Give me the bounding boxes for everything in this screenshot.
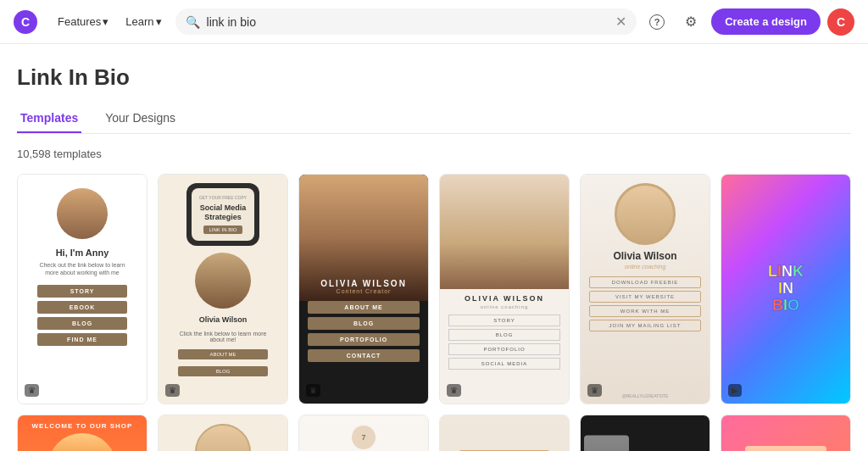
beige-credit: @REALLYLGREATSITE: [622, 393, 669, 398]
template-card-colorful[interactable]: LINK IN BIO ▶: [721, 174, 851, 404]
search-clear-icon[interactable]: ✕: [615, 14, 626, 30]
olivia-name: Olivia Wilson: [199, 315, 247, 324]
phone-screen: GET YOUR FREE COPY Social MediaStrategie…: [192, 188, 254, 241]
crown-icon-2: ♛: [169, 386, 176, 395]
svg-text:C: C: [21, 15, 30, 29]
beige-subtitle: online coaching: [625, 264, 666, 270]
card-new-arrival-content: www.nollagreenstore.com NEW ARRIVAL: [581, 415, 709, 451]
get-free-copy: GET YOUR FREE COPY: [199, 195, 247, 200]
card-anny-btn-story: STORY: [37, 285, 127, 298]
canva-logo[interactable]: C: [14, 10, 37, 34]
template-card-social-media[interactable]: GET YOUR FREE COPY Social MediaStrategie…: [158, 174, 288, 404]
light-btn-social: SOCIAL MEDIA: [448, 358, 560, 370]
card-anny-desc: Check out the link below to learnmore ab…: [39, 261, 125, 276]
features-chevron-icon: ▾: [103, 15, 108, 28]
template-card-light[interactable]: OLIVIA WILSON online coaching STORY BLOG…: [439, 174, 570, 404]
letter-N: N: [782, 263, 793, 280]
olivia-tagline: Click the link below to learn moreabout …: [180, 331, 267, 342]
light-name: OLIVIA WILSON: [465, 294, 544, 303]
learn-chevron-icon: ▾: [156, 15, 162, 28]
header: C Features ▾ Learn ▾ 🔍 ✕ ? ⚙ Create a de…: [0, 0, 868, 44]
beige-name: Olivia Wilson: [613, 250, 676, 262]
gear-icon: ⚙: [685, 14, 697, 30]
card-anny-name: Hi, I'm Anny: [56, 248, 109, 258]
tab-templates[interactable]: Templates: [17, 104, 81, 133]
templates-grid-row2: WELCOME TO OUR SHOP Influential, innovat…: [17, 415, 851, 451]
shop-photo: [47, 433, 117, 451]
crown-badge-3: ♛: [306, 384, 320, 397]
template-card-olivia-bottom[interactable]: Olivia Wilson Click the link below to le…: [158, 415, 288, 451]
number-badge: 7: [352, 426, 376, 449]
light-btns: STORY BLOG PORTOFOLIO SOCIAL MEDIA: [440, 315, 569, 370]
dark-title: Content Creator: [337, 288, 392, 294]
card-anny-content: Hi, I'm Anny Check out the link below to…: [18, 175, 147, 404]
help-button[interactable]: ?: [643, 8, 670, 36]
card-colorful-content: LINK IN BIO: [721, 175, 850, 404]
card-dark-content: OLIVIA WILSON Content Creator ABOUT ME B…: [299, 175, 428, 404]
nav-features[interactable]: Features ▾: [51, 10, 115, 33]
link-in-bio-btn: LINK IN BIO: [203, 226, 242, 234]
page-title: Link In Bio: [17, 64, 851, 91]
card-shop-content: WELCOME TO OUR SHOP Influential, innovat…: [18, 415, 147, 451]
card-anny-btn-blog: BLOG: [37, 317, 127, 330]
tab-your-designs[interactable]: Your Designs: [102, 104, 179, 133]
play-icon: ▶: [732, 386, 738, 395]
header-actions: ? ⚙ Create a design C: [643, 8, 854, 36]
template-card-anny[interactable]: Hi, I'm Anny Check out the link below to…: [17, 174, 147, 404]
letter-B: B: [772, 297, 783, 314]
card-plain-content: [440, 415, 569, 451]
btn-work-with-me: WORK WITH ME: [589, 305, 701, 317]
help-icon: ?: [649, 14, 665, 30]
blog-btn: BLOG: [178, 366, 268, 376]
arrival-person: [584, 436, 629, 451]
bottom-photo: [195, 424, 251, 451]
canva-logo-icon: C: [14, 10, 37, 34]
crown-icon-4: ♛: [450, 386, 458, 395]
card-social-content: GET YOUR FREE COPY Social MediaStrategie…: [159, 175, 287, 404]
learn-label: Learn: [125, 15, 153, 28]
template-card-pink-portrait[interactable]: [721, 415, 851, 451]
card-anny-avatar: [57, 188, 108, 239]
search-input[interactable]: [207, 15, 609, 29]
card-beige-content: Olivia Wilson online coaching DOWNLOAD F…: [581, 175, 709, 404]
btn-mailing-list: JOIN MY MAILING LIST: [589, 320, 701, 331]
dark-overlay: OLIVIA WILSON Content Creator: [299, 272, 428, 301]
btn-about-me: ABOUT ME: [308, 301, 420, 314]
create-design-button[interactable]: Create a design: [711, 8, 821, 35]
crown-icon-5: ♛: [591, 386, 598, 395]
page-content: Link In Bio Templates Your Designs 10,59…: [0, 44, 868, 451]
template-card-plain[interactable]: [439, 415, 570, 451]
avatar[interactable]: C: [827, 8, 854, 36]
card-anny-btn-findme: FIND ME: [37, 333, 127, 346]
about-me-btn: ABOUT ME: [178, 349, 268, 359]
card-simple-content: 7 SIMPLE WAYS TO ACTUALLYGROW YOUR BUSIN…: [299, 415, 428, 451]
template-card-beige[interactable]: Olivia Wilson online coaching DOWNLOAD F…: [580, 174, 710, 404]
crown-badge-5: ♛: [587, 384, 602, 397]
avatar-image: [57, 188, 108, 239]
light-btn-portofolio: PORTOFOLIO: [448, 343, 560, 355]
light-photo: [440, 175, 569, 289]
crown-badge: ♛: [25, 384, 39, 397]
beige-photo: [615, 183, 676, 245]
template-card-welcome-shop[interactable]: WELCOME TO OUR SHOP Influential, innovat…: [17, 415, 147, 451]
crown-badge-2: ♛: [165, 384, 180, 397]
template-card-new-arrival[interactable]: www.nollagreenstore.com NEW ARRIVAL: [580, 415, 710, 451]
template-card-dark[interactable]: OLIVIA WILSON Content Creator ABOUT ME B…: [298, 174, 429, 404]
light-subtitle: online coaching: [481, 304, 529, 309]
card-light-content: OLIVIA WILSON online coaching STORY BLOG…: [440, 175, 569, 404]
template-card-simple-ways[interactable]: 7 SIMPLE WAYS TO ACTUALLYGROW YOUR BUSIN…: [298, 415, 429, 451]
btn-blog: BLOG: [308, 317, 420, 330]
nav-learn[interactable]: Learn ▾: [119, 10, 168, 33]
link-in-bio-title: LINK IN BIO: [768, 264, 804, 314]
light-btn-blog: BLOG: [448, 329, 560, 341]
dark-photo: OLIVIA WILSON Content Creator: [299, 175, 428, 301]
letter-O: O: [787, 297, 799, 314]
shop-title: WELCOME TO OUR SHOP: [32, 422, 133, 430]
tabs: Templates Your Designs: [17, 104, 851, 134]
crown-icon: ♛: [28, 386, 36, 395]
main-nav: Features ▾ Learn ▾: [51, 10, 169, 33]
pink-photo: [745, 446, 826, 451]
phone-mockup: GET YOUR FREE COPY Social MediaStrategie…: [186, 183, 259, 246]
settings-button[interactable]: ⚙: [677, 8, 704, 36]
letter-L: L: [768, 263, 777, 280]
